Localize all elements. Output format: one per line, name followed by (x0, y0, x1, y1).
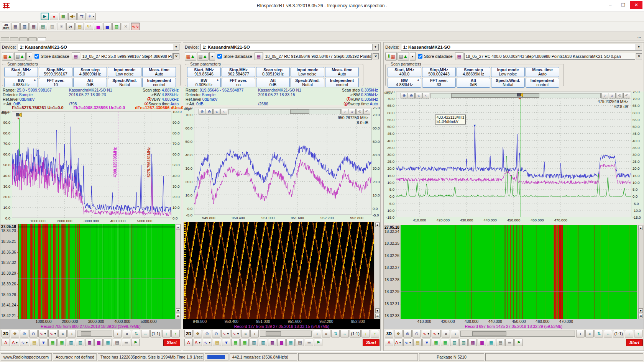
scan-param-button[interactable]: Spectr.Wind. Nuttal (291, 78, 324, 88)
receiver-route-button[interactable]: ⇆ (77, 13, 86, 20)
audio-marker-icon[interactable]: ▼ (16, 112, 23, 120)
flag-button[interactable]: ⚑ (314, 339, 322, 346)
image-view-button[interactable]: ▨ (48, 23, 56, 30)
device-select[interactable]: 1: KassandraMK21-SO ▼ (401, 44, 642, 51)
list-button[interactable]: ☰ (505, 339, 514, 346)
chevron-down-icon[interactable]: ▼ (636, 44, 642, 50)
maximize-button[interactable]: ❐ (617, 1, 629, 9)
scan-param-button[interactable]: FFT aver. no (222, 78, 255, 88)
scale-1-1-button[interactable]: (1:1) (613, 330, 624, 337)
marker-list-button[interactable]: A▼ (194, 339, 202, 346)
undo-zoom-icon[interactable]: ↶ (623, 93, 630, 98)
shift-up-button[interactable]: ↑ (634, 330, 642, 337)
scan-param-button[interactable]: Meas. time Auto (325, 67, 359, 77)
zoom-in-button[interactable]: ⊕ (203, 330, 211, 337)
keyboard-antenna-button[interactable]: ▤▲ (398, 52, 409, 61)
zoom-out-button[interactable]: ⊖ (412, 330, 421, 337)
page-right-icon[interactable]: » (609, 93, 616, 98)
undo-zoom-icon[interactable]: ↶ (363, 109, 370, 115)
threshold-style-button[interactable]: ∿▼ (48, 330, 58, 337)
scroll-up-icon[interactable]: ▲ (639, 226, 643, 230)
checkbox[interactable] (217, 54, 222, 59)
step-left-button[interactable]: ‹ (250, 330, 259, 337)
range-tab[interactable] (10, 37, 18, 41)
scan-param-button[interactable]: Input mode Low noise (291, 67, 324, 77)
fit-horizontal-button[interactable]: ⇔ (141, 330, 150, 337)
grid-teal-button[interactable]: ▦ (104, 339, 112, 346)
spectrum-chart[interactable]: dBµV75.075.070.070.065.065.060.060.055.0… (384, 92, 644, 223)
zoom-in-icon[interactable]: ⊕ (199, 109, 205, 115)
close-file-icon[interactable]: ✕ (636, 53, 642, 59)
fit-horizontal-button[interactable]: ⇔ (604, 330, 612, 337)
store-database-checkbox[interactable]: Store datadase (418, 54, 453, 59)
zoom-out-icon[interactable]: ⊖ (206, 109, 213, 115)
horizontal-scrollbar[interactable] (460, 331, 575, 337)
page-right-button[interactable]: » (585, 330, 594, 337)
waterfall-display[interactable]: ▲▼⇊ (183, 222, 380, 319)
grid-teal-button[interactable]: ▦ (286, 339, 295, 346)
signal-table-button[interactable]: ▥ (67, 339, 75, 346)
range-tab[interactable] (38, 37, 46, 41)
list-button[interactable]: ☰ (305, 339, 313, 346)
threshold-table-button[interactable]: ▥ (259, 339, 267, 346)
close-button[interactable]: ✕ (630, 1, 642, 9)
scan-param-button[interactable]: Independent control (142, 78, 176, 88)
zoom-out-button[interactable]: ⊖ (212, 330, 220, 337)
database-3d-button[interactable]: ▦ (30, 23, 38, 30)
spectrum-chart[interactable]: dBµV75.075.070.070.060.060.050.050.040.0… (183, 108, 380, 221)
horizontal-scrollbar[interactable] (260, 331, 312, 337)
waterfall-display[interactable]: 27.05.1818.32.24 -18.32.25 -18.32.26 -18… (384, 225, 644, 319)
scan-param-button[interactable]: Att 0dB (457, 78, 490, 88)
start-button[interactable]: Start (626, 339, 643, 346)
scrollbar-thumb[interactable] (451, 93, 539, 98)
step-right-icon[interactable]: › (601, 93, 608, 98)
save-record-button[interactable]: ▼ (422, 339, 431, 346)
scan-param-button[interactable]: Spectr.Wind. Nuttal (491, 78, 525, 88)
spectrum-purple-button[interactable]: ▆ (478, 339, 486, 346)
waterfall-body[interactable] (184, 222, 374, 319)
zoom-out-button[interactable]: ⊖ (29, 330, 38, 337)
page-left-icon[interactable]: « (415, 93, 422, 98)
chart-scrollbar[interactable] (228, 109, 341, 114)
reset-zoom-icon[interactable]: ⟲ (616, 93, 623, 98)
scan-param-button[interactable]: Att 0dB (256, 78, 290, 88)
waterfall-scrollbar[interactable]: ▲▼⇊ (375, 222, 380, 319)
antenna-cable-button[interactable]: Ψ (85, 23, 93, 30)
threshold-style-button[interactable]: ∿▼ (231, 330, 240, 337)
fit-vertical-button[interactable]: ⇅ (132, 330, 140, 337)
scroll-end-icon[interactable]: ⇊ (176, 314, 180, 318)
scroll-down-icon[interactable]: ▼ (176, 308, 180, 313)
table-report-button[interactable]: ▤ (39, 23, 47, 30)
shift-up-button[interactable]: ↑ (171, 330, 180, 337)
scale-1-1-button[interactable]: (1:1) (150, 330, 161, 337)
shift-down-button[interactable]: ↓ (625, 330, 633, 337)
scan-param-button[interactable]: BW 0.305kHz * (187, 78, 221, 88)
device-select[interactable]: 1: KassandraMK21-SO ▼ (18, 44, 179, 51)
step-left-button[interactable]: ‹ (67, 330, 76, 337)
signal-grid-button[interactable]: ▦ (231, 339, 240, 346)
histogram-magenta-button[interactable]: ▅ (94, 23, 102, 30)
mask-edit-button[interactable]: ▩ (268, 339, 276, 346)
open-record-button[interactable]: ▤ (30, 339, 38, 346)
store-database-checkbox[interactable]: Store datadase (217, 54, 252, 59)
db-mkv-units-button[interactable]: dB mkV (2, 23, 10, 30)
flag-button[interactable]: ⚑ (514, 339, 523, 346)
scan-param-button[interactable]: Start, MHz 25.0 (4, 67, 38, 77)
chart-scrollbar[interactable] (430, 93, 601, 98)
scan-options-dropdown[interactable]: ▼ (209, 52, 215, 61)
scan-param-button[interactable]: Scan step 4.88699kHz (457, 67, 490, 77)
step-left-icon[interactable]: ‹ (220, 109, 227, 115)
threshold-style-button[interactable]: ∿▼ (432, 330, 441, 337)
scan-param-button[interactable]: Stop,MHz 5999.998167 (39, 67, 72, 77)
file-icon-button[interactable]: ▤ (255, 52, 263, 60)
marker-list-button[interactable]: A▼ (11, 339, 19, 346)
shift-down-button[interactable]: ↓ (162, 330, 171, 337)
scrollbar-thumb[interactable] (472, 331, 506, 336)
antenna-audio-button[interactable]: ✳▼ (87, 13, 96, 20)
open-record-button[interactable]: ▤ (413, 339, 422, 346)
close-file-icon[interactable]: ✕ (173, 53, 179, 59)
keyboard-antenna-button[interactable]: ▤▲ (14, 52, 26, 61)
trace-select-button[interactable]: ∿▼ (403, 339, 412, 346)
signal-grid-2-button[interactable]: ▦ (58, 339, 66, 346)
more-tabs-button[interactable]: ... (637, 34, 641, 38)
